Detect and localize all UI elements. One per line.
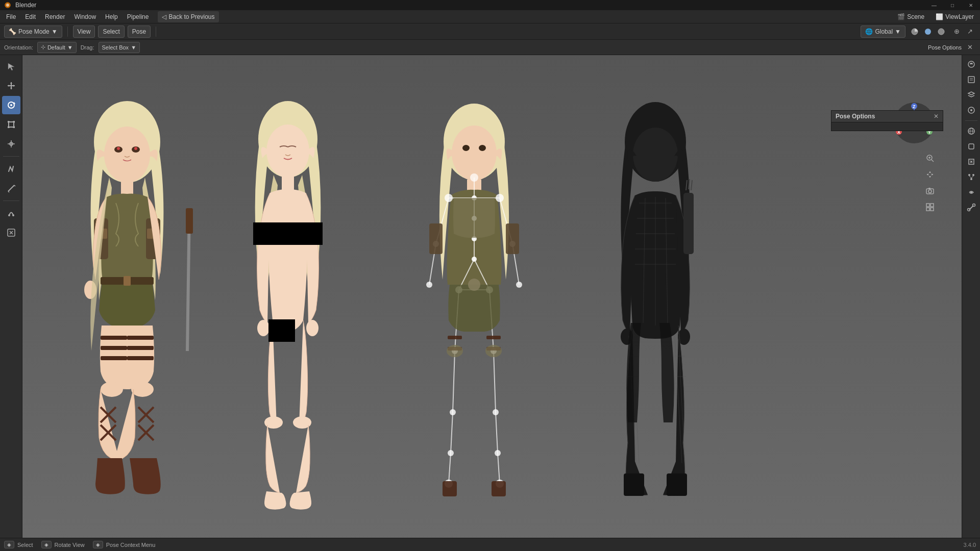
toolbar-divider2 [156,27,156,37]
window-controls: — □ ✕ [925,0,980,10]
constraints-btn[interactable] [964,185,978,199]
context-status: ◈ Pose Context Menu [93,541,156,548]
tool-separator1 [3,156,19,157]
back-label: Back to Previous [168,13,214,20]
rotate-tool-btn[interactable] [2,96,20,114]
view-layer-btn[interactable] [964,88,978,102]
relax-pose-btn[interactable] [2,223,20,242]
svg-line-169 [969,176,971,178]
character-nude-elf [227,96,349,516]
mode-selector[interactable]: 🦴 Pose Mode ▼ [4,26,62,38]
rotate-label: Rotate View [55,542,85,548]
zoom-to-fit-btn[interactable] [923,151,937,165]
drag-label: Drag: [81,44,94,51]
armature-icon: 🦴 [9,28,16,35]
maximize-button[interactable]: □ [943,0,962,10]
svg-point-49 [306,320,318,336]
view-menu[interactable]: View [73,26,95,38]
orientation-dropdown[interactable]: ⊹ Default ▼ [37,42,77,53]
menu-pipeline[interactable]: Pipeline [123,11,153,22]
scale-tool-btn[interactable] [2,115,20,134]
pose-options-content [831,122,943,131]
svg-rect-99 [486,336,501,339]
viewlayer-selector[interactable]: ⬜ ViewLayer [932,11,978,22]
solid-view-icon[interactable] [922,26,934,38]
viewport-shading-icon[interactable] [909,26,921,38]
cursor-tool-btn[interactable] [2,57,20,76]
menu-edit[interactable]: Edit [21,11,40,22]
svg-rect-31 [127,356,154,360]
modifier-properties-btn[interactable] [964,155,978,169]
back-to-previous-button[interactable]: ◁ Back to Previous [158,11,218,22]
scene-properties-btn[interactable] [964,103,978,117]
close-button[interactable]: ✕ [962,0,980,10]
bone-roll-btn[interactable] [2,204,20,222]
measure-tool-btn[interactable] [2,179,20,197]
menu-render[interactable]: Render [41,11,69,22]
chest-censor-bar [253,222,323,245]
svg-rect-26 [101,336,127,340]
svg-line-170 [971,176,973,178]
material-view-icon[interactable] [935,26,947,38]
header-toolbar: 🦴 Pose Mode ▼ View Select Pose 🌐 Global … [0,23,980,40]
move-tool-btn[interactable] [2,77,20,95]
status-bar: ◈ Select ◈ Rotate View ◈ Pose Context Me… [0,538,980,551]
svg-rect-95 [429,223,443,254]
pose-menu[interactable]: Pose [128,26,151,38]
overlay-icon[interactable]: ⊕ [950,26,963,38]
context-key: ◈ [93,541,103,548]
particle-properties-btn[interactable] [964,170,978,184]
orientation-label: Orientation: [4,44,33,51]
world-properties-btn[interactable] [964,124,978,138]
svg-point-18 [134,147,137,150]
pose-options-label: Pose Options [928,44,962,51]
pose-options-close-btn[interactable]: ✕ [934,113,939,120]
bone-properties-btn[interactable] [964,201,978,215]
camera-view-btn[interactable] [923,184,937,198]
svg-rect-7 [9,122,14,127]
svg-point-109 [633,128,678,182]
svg-point-171 [970,191,972,193]
transform-tool-btn[interactable] [2,135,20,153]
menu-file[interactable]: File [2,11,20,22]
grid-view-btn[interactable] [923,200,937,214]
select-menu[interactable]: Select [98,26,124,38]
minimize-button[interactable]: — [925,0,943,10]
svg-point-9 [8,214,10,216]
pan-view-btn[interactable] [923,167,937,182]
viewport[interactable]: Z Y X [22,55,962,538]
render-properties-btn[interactable] [964,57,978,71]
global-selector[interactable]: 🌐 Global ▼ [861,26,905,38]
object-properties-btn[interactable] [964,139,978,154]
menu-help[interactable]: Help [101,11,122,22]
character-skeleton-elf [398,96,551,516]
svg-point-105 [468,279,480,291]
svg-point-53 [452,126,497,181]
output-properties-btn[interactable] [964,72,978,87]
svg-point-55 [479,145,486,151]
svg-rect-28 [101,356,127,360]
app-title: Blender [15,2,36,9]
svg-rect-152 [926,204,929,207]
drag-dropdown[interactable]: Select Box ▼ [99,42,140,53]
scene-selector[interactable]: 🎬 Scene [893,11,928,22]
svg-line-86 [449,453,451,484]
svg-line-115 [691,180,692,190]
context-label: Pose Context Menu [106,542,156,548]
menu-window[interactable]: Window [70,11,100,22]
left-toolbar [0,55,22,538]
version-display: 3.4.0 [964,542,976,548]
annotate-tool-btn[interactable] [2,160,20,178]
groin-censor-bar [268,319,295,342]
svg-point-33 [131,382,154,397]
pose-options-close[interactable]: ✕ [964,41,976,54]
svg-rect-43 [186,208,193,234]
svg-point-17 [117,147,120,150]
svg-rect-30 [127,346,154,350]
svg-point-102 [485,345,502,357]
pose-options-header: Pose Options ✕ [831,111,943,122]
toolbar-divider1 [67,27,68,37]
blender-version: 3.4.0 [964,542,976,548]
svg-rect-133 [667,473,687,496]
gizmo-toggle-icon[interactable]: ↗ [964,26,976,38]
